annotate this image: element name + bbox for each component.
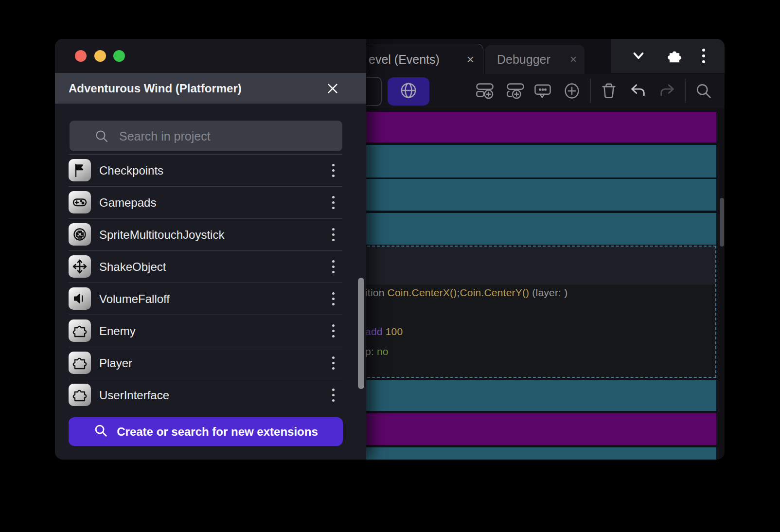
event-row-teal[interactable] xyxy=(357,213,716,245)
panel-scrollbar[interactable] xyxy=(358,278,364,389)
list-item-checkpoints[interactable]: Checkpoints xyxy=(69,154,342,186)
tab-label: evel (Events) xyxy=(369,53,440,67)
search-icon[interactable] xyxy=(693,81,714,101)
kebab-menu-icon[interactable] xyxy=(323,379,343,411)
gdevelop-window: evel (Events) × Debugger × xyxy=(55,39,725,460)
events-scrollbar[interactable] xyxy=(720,198,724,247)
puzzle-icon xyxy=(69,384,91,406)
close-tab-icon[interactable]: × xyxy=(467,53,474,66)
list-item-userinterface[interactable]: UserInterface xyxy=(69,379,342,411)
extension-name: Enemy xyxy=(99,315,136,347)
speaker-icon xyxy=(69,287,91,310)
kebab-menu-icon[interactable] xyxy=(323,155,343,186)
globe-icon xyxy=(399,81,418,102)
extension-name: Gamepads xyxy=(99,187,156,218)
event-row-teal[interactable] xyxy=(357,179,716,211)
titlebar-actions xyxy=(611,39,725,73)
tab-label: Debugger xyxy=(497,53,550,67)
zoom-window-button[interactable] xyxy=(113,50,125,62)
event-row-purple[interactable] xyxy=(357,112,716,142)
gamepad-icon xyxy=(69,191,91,213)
undo-button[interactable] xyxy=(628,81,648,101)
project-title: Adventurous Wind (Platformer) xyxy=(69,73,242,104)
extension-name: UserInterface xyxy=(99,379,169,411)
kebab-menu-icon[interactable] xyxy=(323,219,343,250)
extension-name: Player xyxy=(99,347,132,379)
flag-icon xyxy=(69,159,91,181)
search-input[interactable] xyxy=(118,121,334,152)
kebab-menu-icon[interactable] xyxy=(323,347,343,379)
event-row-purple[interactable] xyxy=(357,413,716,445)
event-row-teal[interactable] xyxy=(357,380,716,411)
extensions-list: CheckpointsGamepadsSpriteMultitouchJoyst… xyxy=(55,154,366,411)
close-window-button[interactable] xyxy=(75,50,87,62)
add-comment-button[interactable] xyxy=(532,81,553,101)
extension-name: Checkpoints xyxy=(99,155,163,186)
globe-button[interactable] xyxy=(388,77,429,106)
event-row-selected[interactable] xyxy=(357,246,716,378)
project-manager-panel: Adventurous Wind (Platformer) Checkpoint… xyxy=(55,39,366,460)
list-item-gamepads[interactable]: Gamepads xyxy=(69,186,342,218)
event-row-teal[interactable] xyxy=(357,145,716,177)
cta-label: Create or search for new extensions xyxy=(117,425,318,439)
screenshot-stage: evel (Events) × Debugger × xyxy=(0,0,780,532)
move-arrows-icon xyxy=(69,255,91,278)
kebab-menu-icon[interactable] xyxy=(702,49,705,63)
add-event-button[interactable] xyxy=(475,81,495,101)
puzzle-icon xyxy=(69,352,91,374)
event-conditions-area[interactable] xyxy=(358,247,715,284)
list-item-volumefalloff[interactable]: VolumeFalloff xyxy=(69,283,342,315)
toolbar-divider xyxy=(590,79,591,103)
tab-debugger[interactable]: Debugger × xyxy=(485,45,585,74)
toolbar-divider xyxy=(685,79,686,103)
list-item-spritemultitouchjoystick[interactable]: SpriteMultitouchJoystick xyxy=(69,218,342,250)
minimize-window-button[interactable] xyxy=(94,50,106,62)
extensions-puzzle-icon[interactable] xyxy=(666,48,683,64)
window-controls-bar xyxy=(55,39,366,73)
kebab-menu-icon[interactable] xyxy=(323,187,343,218)
panel-header: Adventurous Wind (Platformer) xyxy=(55,73,366,104)
kebab-menu-icon[interactable] xyxy=(323,315,343,347)
add-circle-button[interactable] xyxy=(562,81,582,101)
list-item-enemy[interactable]: Enemy xyxy=(69,315,342,347)
delete-button[interactable] xyxy=(599,81,619,101)
project-search xyxy=(70,121,342,151)
event-row-teal[interactable] xyxy=(357,447,716,460)
kebab-menu-icon[interactable] xyxy=(323,251,343,283)
close-tab-icon[interactable]: × xyxy=(570,53,577,65)
list-item-shakeobject[interactable]: ShakeObject xyxy=(69,250,342,283)
extension-name: ShakeObject xyxy=(99,251,166,283)
puzzle-icon xyxy=(69,319,91,342)
add-subevent-button[interactable] xyxy=(505,81,526,101)
event-action-text: add 100 xyxy=(365,326,403,337)
chevron-down-icon[interactable] xyxy=(630,48,647,64)
kebab-menu-icon[interactable] xyxy=(323,283,343,315)
extension-name: SpriteMultitouchJoystick xyxy=(99,219,224,250)
close-icon[interactable] xyxy=(324,80,341,97)
event-action-text: p: no xyxy=(365,346,389,357)
event-action-text: ition Coin.CenterX();Coin.CenterY() (lay… xyxy=(365,287,567,299)
list-item-player[interactable]: Player xyxy=(69,347,342,379)
extension-name: VolumeFalloff xyxy=(99,283,170,315)
joystick-icon xyxy=(69,223,91,246)
create-search-extensions-button[interactable]: Create or search for new extensions xyxy=(69,417,343,446)
search-icon xyxy=(93,423,108,441)
redo-button[interactable] xyxy=(657,81,677,101)
